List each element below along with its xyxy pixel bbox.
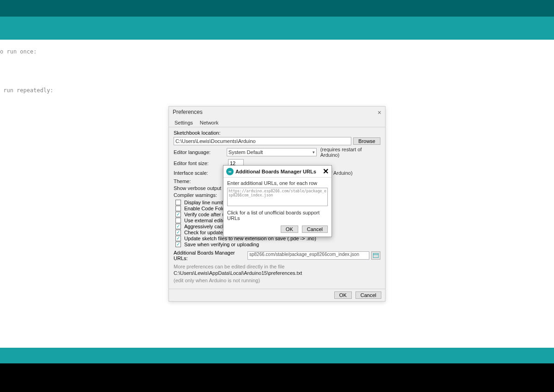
enable-code-folding-checkbox[interactable]: [175, 206, 182, 211]
ok-button[interactable]: OK: [334, 291, 352, 299]
modal-titlebar[interactable]: ∞ Additional Boards Manager URLs ✕: [223, 166, 331, 178]
boards-urls-input[interactable]: sp8266.com/stable/package_esp8266com_ind…: [247, 251, 369, 260]
check-updates-checkbox[interactable]: ✓: [175, 230, 182, 235]
window-icon: [373, 253, 379, 258]
tab-network[interactable]: Network: [197, 119, 221, 127]
tabs: Settings Network: [169, 119, 385, 127]
modal-cancel-button[interactable]: Cancel: [302, 226, 328, 233]
dialog-footer: OK Cancel: [169, 289, 385, 301]
code-line: [0, 56, 554, 64]
close-icon[interactable]: ✕: [323, 167, 329, 176]
prefs-path-text: C:\Users\Lewis\AppData\Local\Arduino15\p…: [174, 270, 380, 276]
menu-bar-region: [0, 0, 554, 17]
toolbar-region: [0, 17, 554, 40]
scale-label: Interface scale:: [174, 170, 228, 176]
browse-button[interactable]: Browse: [353, 137, 380, 145]
cancel-button[interactable]: Cancel: [355, 291, 381, 299]
code-line: [0, 64, 554, 71]
modal-title: Additional Boards Manager URLs: [235, 169, 323, 174]
boards-urls-label: Additional Boards Manager URLs:: [174, 250, 247, 261]
code-line: run repeatedly:: [0, 87, 554, 95]
aggressively-cache-checkbox[interactable]: ✓: [175, 224, 182, 229]
modal-instruction: Enter additional URLs, one for each row: [227, 180, 328, 186]
checkbox-label: Use external editor: [184, 218, 227, 223]
console-region: [0, 363, 554, 392]
edit-note-text: (edit only when Arduino is not running): [174, 278, 380, 283]
modal-footer: OK Cancel: [223, 224, 331, 237]
sketchbook-input[interactable]: [174, 137, 351, 145]
code-line: [0, 71, 554, 79]
language-select[interactable]: System Default ▾: [227, 148, 317, 156]
boards-urls-dialog: ∞ Additional Boards Manager URLs ✕ Enter…: [223, 165, 332, 237]
sketchbook-label: Sketchbook location:: [174, 130, 221, 136]
code-line: o run once:: [0, 48, 554, 56]
status-bar: [0, 348, 554, 363]
dialog-titlebar[interactable]: Preferences ×: [169, 107, 385, 119]
urls-textarea[interactable]: [227, 188, 328, 206]
svg-rect-0: [373, 253, 379, 258]
display-line-numbers-checkbox[interactable]: [175, 200, 182, 205]
dialog-title: Preferences: [173, 109, 203, 116]
code-line: [0, 79, 554, 87]
update-sketch-checkbox[interactable]: ✓: [175, 236, 182, 241]
unofficial-boards-link[interactable]: Click for a list of unofficial boards su…: [227, 210, 328, 221]
theme-label: Theme:: [174, 178, 228, 184]
more-prefs-text: More preferences can be edited directly …: [174, 264, 380, 269]
expand-urls-button[interactable]: [371, 251, 380, 260]
checkbox-label: Save when verifying or uploading: [184, 242, 259, 247]
modal-body: Enter additional URLs, one for each row …: [223, 178, 331, 224]
arduino-icon: ∞: [226, 168, 234, 175]
language-label: Editor language:: [174, 149, 227, 155]
verify-after-upload-checkbox[interactable]: ✓: [175, 212, 182, 217]
external-editor-checkbox[interactable]: [175, 218, 182, 223]
close-icon[interactable]: ×: [378, 109, 381, 116]
language-value: System Default: [229, 149, 263, 155]
editor-code-area[interactable]: o run once: run repeatedly:: [0, 44, 554, 95]
warnings-label: Compiler warnings:: [174, 192, 228, 198]
font-size-label: Editor font size:: [174, 160, 228, 166]
modal-ok-button[interactable]: OK: [281, 226, 298, 233]
save-when-verify-checkbox[interactable]: ✓: [175, 242, 182, 247]
chevron-down-icon: ▾: [313, 150, 315, 154]
tab-settings[interactable]: Settings: [172, 119, 196, 127]
language-hint: (requires restart of Arduino): [320, 147, 380, 158]
